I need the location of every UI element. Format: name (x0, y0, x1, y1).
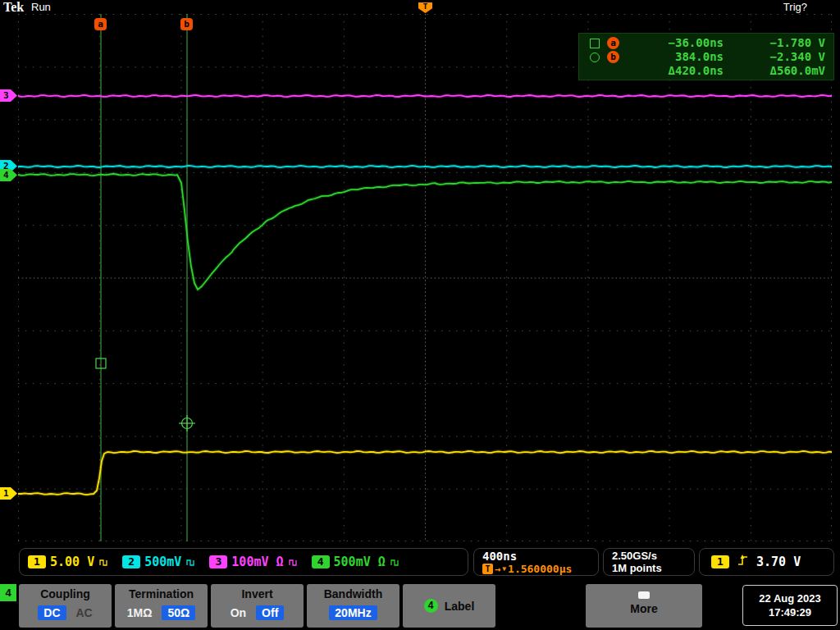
date-text: 22 Aug 2023 (759, 592, 820, 605)
more-title: More (586, 602, 702, 615)
cursor-a-value: −1.780 V (728, 36, 825, 49)
coupling-ac-option[interactable]: AC (76, 606, 93, 619)
down-triangle-icon: ▼ (502, 565, 506, 573)
label-button[interactable]: 4 Label (403, 584, 495, 628)
invert-off-option[interactable]: Off (256, 605, 284, 620)
bandwidth-limit-icon (288, 558, 298, 567)
cursor-b-time: 384.0ns (627, 50, 724, 63)
bandwidth-limit-icon (98, 558, 108, 567)
coupling-button[interactable]: Coupling DC AC (19, 584, 112, 628)
channel-4-marker[interactable]: 4 (0, 169, 17, 181)
bandwidth-limit-icon (390, 558, 399, 567)
termination-1mohm-option[interactable]: 1MΩ (127, 606, 153, 619)
horizontal-position: 1.560000µs (508, 563, 572, 575)
bandwidth-title: Bandwidth (307, 587, 399, 600)
invert-on-option[interactable]: On (231, 606, 246, 619)
trace-glow-ch4 (18, 174, 832, 290)
acquisition-status: Run (31, 1, 51, 13)
channel-2-scale: 500mV (144, 555, 181, 569)
horizontal-readout[interactable]: 400ns T → ▼ 1.560000µs (473, 548, 599, 576)
sample-rate: 2.50GS/s (612, 550, 686, 562)
channel-1-marker[interactable]: 1 (0, 487, 17, 500)
trigger-t-icon: T (423, 2, 427, 11)
cursor-delta-time: Δ420.0ns (627, 64, 724, 77)
bandwidth-value-option[interactable]: 20MHz (329, 605, 377, 620)
cursor-delta-value: Δ560.0mV (728, 64, 825, 77)
active-channel-tab[interactable]: 4 (0, 584, 16, 601)
coupling-title: Coupling (19, 587, 112, 600)
channel-4-badge[interactable]: 4 (312, 555, 330, 568)
trigger-readout[interactable]: 1 3.70 V (699, 548, 834, 576)
trigger-status: Trig? (783, 1, 807, 13)
tek-logo: Tek (3, 0, 24, 15)
datetime-display: 22 Aug 2023 17:49:29 (742, 585, 838, 626)
channel-3-scale: 100mV Ω (231, 555, 283, 569)
trigger-time-icon: T (482, 564, 493, 574)
channel-scale-readouts: 1 5.00 V 2 500mV 3 100mV Ω 4 500mV Ω (19, 548, 468, 576)
label-channel-badge: 4 (424, 599, 438, 613)
cursor-readout-panel: a −36.00ns −1.780 V b 384.0ns −2.340 V Δ… (578, 33, 834, 80)
channel-4-scale: 500mV Ω (334, 555, 386, 569)
bandwidth-limit-icon (185, 558, 195, 567)
trigger-source-badge: 1 (711, 555, 729, 568)
cursor-b-badge: b (607, 51, 619, 63)
cursor-a-badge: a (607, 37, 619, 49)
trace-ch4 (18, 174, 832, 290)
cursor-b-circle-icon (590, 52, 600, 62)
cursor-a-square-icon (590, 39, 600, 48)
cursor-b-value: −2.340 V (728, 50, 825, 63)
channel-2-badge[interactable]: 2 (122, 555, 140, 568)
termination-title: Termination (115, 587, 208, 600)
channel-3-badge[interactable]: 3 (209, 555, 227, 568)
trigger-level: 3.70 V (756, 555, 801, 569)
termination-button[interactable]: Termination 1MΩ 50Ω (115, 584, 208, 628)
invert-title: Invert (211, 587, 304, 600)
cursor-a-time: −36.00ns (627, 36, 724, 49)
more-panel-icon (638, 591, 650, 599)
bandwidth-button[interactable]: Bandwidth 20MHz (307, 584, 399, 628)
termination-50ohm-option[interactable]: 50Ω (162, 605, 195, 620)
cursor-b-label[interactable]: b (180, 18, 193, 30)
waveform-display (18, 14, 832, 541)
invert-button[interactable]: Invert On Off (211, 584, 304, 628)
coupling-dc-option[interactable]: DC (38, 605, 66, 620)
cursor-a-label[interactable]: a (94, 18, 107, 30)
more-button[interactable]: More (586, 584, 702, 628)
label-title: Label (445, 600, 475, 613)
horizontal-scale: 400ns (482, 550, 590, 563)
channel-3-marker[interactable]: 3 (0, 89, 17, 102)
arrow-right-icon: → (495, 564, 500, 575)
rising-edge-icon (737, 553, 749, 571)
channel-1-badge[interactable]: 1 (28, 555, 46, 568)
time-text: 17:49:29 (769, 606, 811, 619)
acquisition-readout[interactable]: 2.50GS/s 1M points (603, 548, 695, 576)
record-length: 1M points (612, 562, 686, 574)
oscilloscope-screen: Tek Run Trig? T 3 2 4 1 a b a −36.00ns −… (0, 0, 840, 630)
channel-1-scale: 5.00 V (50, 555, 94, 569)
